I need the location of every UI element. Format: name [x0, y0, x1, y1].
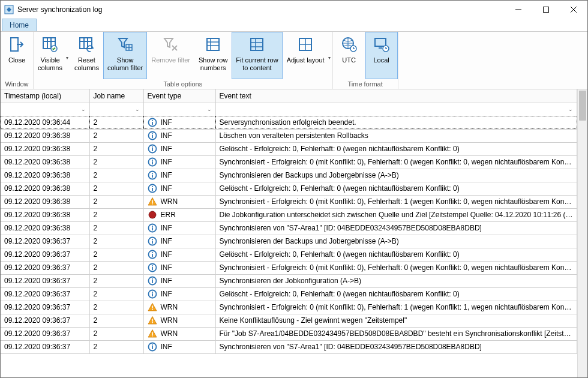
- cell-timestamp: 09.12.2020 09:36:38: [1, 221, 89, 235]
- svg-rect-38: [152, 122, 153, 125]
- table-row[interactable]: 09.12.2020 09:36:382WRNSynchronisiert - …: [1, 195, 577, 208]
- table-row[interactable]: 09.12.2020 09:36:382INFSynchronisieren v…: [1, 221, 577, 235]
- cell-job: 2: [89, 248, 143, 261]
- cell-timestamp: 09.12.2020 09:36:44: [1, 116, 89, 129]
- app-icon: [4, 5, 14, 14]
- cell-text: Synchronisiert - Erfolgreich: 0 (mit Kon…: [215, 301, 577, 314]
- group-label-time: Time format: [333, 79, 398, 89]
- remove-filter-button[interactable]: Remove filter: [147, 32, 194, 79]
- table-row[interactable]: 09.12.2020 09:36:372WRNKeine Konfliktauf…: [1, 314, 577, 327]
- inf-icon: [148, 289, 157, 299]
- svg-rect-24: [251, 38, 263, 50]
- table-row[interactable]: 09.12.2020 09:36:442INFServersynchronisa…: [1, 116, 577, 129]
- table-row[interactable]: 09.12.2020 09:36:372WRNSynchronisiert - …: [1, 301, 577, 314]
- utc-button[interactable]: UTC: [333, 32, 365, 79]
- fit-row-content-button[interactable]: Fit current row to content: [232, 32, 282, 79]
- local-label: Local: [373, 56, 389, 64]
- table-row[interactable]: 09.12.2020 09:36:382ERRDie Jobkonfigurat…: [1, 208, 577, 221]
- visible-columns-button[interactable]: Visible columns: [34, 32, 70, 79]
- svg-point-52: [151, 186, 152, 187]
- tab-home[interactable]: Home: [2, 19, 37, 31]
- cell-timestamp: 09.12.2020 09:36:37: [1, 235, 89, 248]
- cell-job: 2: [89, 327, 143, 340]
- err-icon: [148, 210, 157, 220]
- cell-text: Synchronisieren der Backups und Jobergeb…: [215, 169, 577, 182]
- cell-text: Synchronisieren von "S7-Area1" [ID: 04BE…: [215, 221, 577, 235]
- table-row[interactable]: 09.12.2020 09:36:372INFSynchronisieren d…: [1, 274, 577, 287]
- close-window-button[interactable]: [560, 1, 587, 19]
- cell-timestamp: 09.12.2020 09:36:37: [1, 287, 89, 301]
- cell-timestamp: 09.12.2020 09:36:38: [1, 182, 89, 195]
- cell-type: INF: [143, 261, 215, 274]
- adjust-layout-button[interactable]: Adjust layout: [283, 32, 332, 79]
- svg-point-58: [151, 226, 152, 227]
- cell-timestamp: 09.12.2020 09:36:37: [1, 248, 89, 261]
- svg-rect-55: [152, 203, 153, 205]
- table-row[interactable]: 09.12.2020 09:36:372WRNFür "Job S7-Area1…: [1, 327, 577, 340]
- local-button[interactable]: Local: [365, 32, 398, 79]
- type-label: WRN: [161, 329, 178, 338]
- header-type[interactable]: Event type: [143, 89, 215, 103]
- svg-rect-47: [152, 161, 153, 164]
- table-row[interactable]: 09.12.2020 09:36:372INFGelöscht - Erfolg…: [1, 287, 577, 301]
- cell-text: Gelöscht - Erfolgreich: 0, Fehlerhaft: 0…: [215, 287, 577, 301]
- filter-timestamp[interactable]: ⌄: [1, 103, 89, 116]
- show-row-numbers-button[interactable]: Show row numbers: [194, 32, 232, 79]
- table-row[interactable]: 09.12.2020 09:36:382INFLöschen von veral…: [1, 129, 577, 142]
- inf-icon: [148, 157, 157, 167]
- svg-rect-50: [152, 175, 153, 178]
- wrn-icon: [148, 316, 157, 325]
- chevron-down-icon: ⌄: [568, 106, 573, 112]
- inf-icon: [148, 170, 157, 180]
- adjust-layout-label: Adjust layout: [287, 56, 325, 64]
- group-label-window: Window: [1, 79, 33, 89]
- cell-type: INF: [143, 129, 215, 142]
- table-row[interactable]: 09.12.2020 09:36:382INFGelöscht - Erfolg…: [1, 182, 577, 195]
- globe-clock-icon: [340, 35, 359, 54]
- wrn-icon: [148, 329, 157, 338]
- header-job[interactable]: Job name: [89, 89, 143, 103]
- type-label: INF: [161, 343, 172, 351]
- cell-type: INF: [143, 340, 215, 353]
- filter-job[interactable]: ⌄: [89, 103, 143, 116]
- cell-text: Keine Konfliktauflösung - Ziel gewinnt w…: [215, 314, 577, 327]
- cell-text: Für "Job S7-Area1/04BEDDE032434957BED508…: [215, 327, 577, 340]
- group-label-table: Table options: [34, 79, 332, 89]
- header-timestamp[interactable]: Timestamp (local): [1, 89, 89, 103]
- window-controls: [505, 1, 587, 19]
- svg-point-40: [151, 133, 152, 134]
- close-button[interactable]: Close: [1, 32, 33, 79]
- ribbon-group-table: Visible columns Reset columns Show colum…: [34, 32, 333, 89]
- cell-type: WRN: [143, 314, 215, 327]
- cell-type: INF: [143, 182, 215, 195]
- cell-timestamp: 09.12.2020 09:36:37: [1, 274, 89, 287]
- log-grid: Timestamp (local) Job name Event type Ev…: [1, 89, 577, 377]
- filter-text[interactable]: ⌄: [215, 103, 577, 116]
- inf-icon: [148, 144, 157, 154]
- filter-type[interactable]: ⌄: [143, 103, 215, 116]
- table-row[interactable]: 09.12.2020 09:36:372INFGelöscht - Erfolg…: [1, 248, 577, 261]
- header-text[interactable]: Event text: [215, 89, 577, 103]
- show-column-filter-button[interactable]: Show column filter: [103, 32, 147, 79]
- table-row[interactable]: 09.12.2020 09:36:372INFSynchronisiert - …: [1, 261, 577, 274]
- wrn-icon: [148, 302, 157, 312]
- cell-job: 2: [89, 235, 143, 248]
- table-row[interactable]: 09.12.2020 09:36:372INFSynchronisieren v…: [1, 340, 577, 353]
- vertical-scrollbar[interactable]: [577, 89, 587, 377]
- table-row[interactable]: 09.12.2020 09:36:382INFSynchronisieren d…: [1, 169, 577, 182]
- scrollbar-thumb[interactable]: [579, 91, 586, 121]
- table-row[interactable]: 09.12.2020 09:36:382INFGelöscht - Erfolg…: [1, 142, 577, 155]
- cell-timestamp: 09.12.2020 09:36:38: [1, 129, 89, 142]
- minimize-button[interactable]: [505, 1, 532, 19]
- app-window: Server synchronization log Home: [0, 0, 588, 378]
- type-label: WRN: [161, 303, 178, 311]
- grid-check-icon: [40, 35, 59, 54]
- fit-row-content-label: Fit current row to content: [236, 56, 278, 71]
- svg-rect-76: [152, 309, 153, 310]
- type-label: ERR: [161, 211, 176, 219]
- maximize-button[interactable]: [532, 1, 560, 19]
- reset-columns-button[interactable]: Reset columns: [70, 32, 103, 79]
- table-row[interactable]: 09.12.2020 09:36:382INFSynchronisiert - …: [1, 155, 577, 169]
- svg-rect-65: [152, 254, 153, 257]
- table-row[interactable]: 09.12.2020 09:36:372INFSynchronisieren d…: [1, 235, 577, 248]
